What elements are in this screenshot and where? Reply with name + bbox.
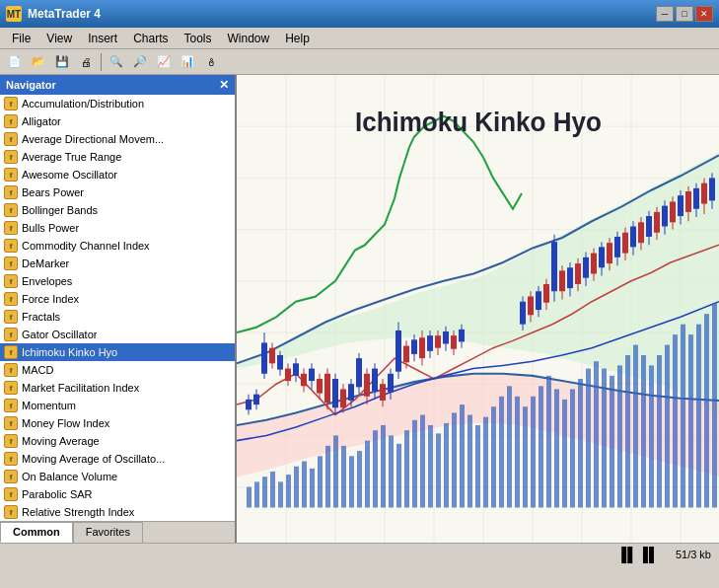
svg-rect-117 xyxy=(395,331,401,372)
navigator-close[interactable]: ✕ xyxy=(219,78,229,92)
svg-rect-18 xyxy=(247,487,252,508)
svg-rect-26 xyxy=(310,469,315,508)
svg-rect-53 xyxy=(523,406,528,507)
nav-item-label: Envelopes xyxy=(22,275,72,287)
toolbar-zoom-out[interactable]: 🔎 xyxy=(129,52,151,72)
svg-rect-119 xyxy=(403,346,409,363)
svg-rect-48 xyxy=(483,417,488,508)
toolbar-bar[interactable]: 📊 xyxy=(177,52,198,72)
list-item[interactable]: f Money Flow Index xyxy=(0,414,235,432)
list-item[interactable]: f DeMarker xyxy=(0,255,235,272)
list-item[interactable]: f Bulls Power xyxy=(0,219,235,237)
svg-rect-44 xyxy=(452,412,457,507)
svg-rect-129 xyxy=(443,331,449,344)
list-item[interactable]: f Moving Average xyxy=(0,432,235,450)
toolbar-new[interactable]: 📄 xyxy=(4,52,26,72)
svg-rect-56 xyxy=(546,376,551,508)
title-bar-left: MT MetaTrader 4 xyxy=(6,6,101,22)
toolbar-line[interactable]: 📈 xyxy=(153,52,175,72)
svg-rect-34 xyxy=(373,430,378,507)
list-item-ichimoku[interactable]: f Ichimoku Kinko Hyo xyxy=(0,343,235,361)
list-item[interactable]: f On Balance Volume xyxy=(0,468,235,485)
list-item[interactable]: f Average True Range xyxy=(0,148,235,166)
list-item[interactable]: f Awesome Oscillator xyxy=(0,166,235,184)
list-item[interactable]: f Gator Oscillator xyxy=(0,326,235,343)
tab-favorites[interactable]: Favorites xyxy=(73,522,143,543)
list-item[interactable]: f Relative Strength Index xyxy=(0,503,235,521)
navigator-panel: Navigator ✕ f Accumulation/Distribution … xyxy=(0,75,237,543)
svg-rect-63 xyxy=(602,369,607,508)
svg-rect-179 xyxy=(693,188,699,209)
list-item[interactable]: f Momentum xyxy=(0,397,235,414)
navigator-list[interactable]: f Accumulation/Distribution f Alligator … xyxy=(0,95,235,521)
status-bar: ▐▌▐▌ 51/3 kb xyxy=(0,543,719,564)
nav-item-label: Money Flow Index xyxy=(22,417,109,429)
svg-rect-139 xyxy=(536,291,541,310)
svg-rect-71 xyxy=(665,345,670,508)
toolbar-candle[interactable]: 🕯 xyxy=(200,52,222,72)
list-item[interactable]: f Bears Power xyxy=(0,184,235,201)
list-item[interactable]: f Accumulation/Distribution xyxy=(0,95,235,112)
nav-item-label: Force Index xyxy=(22,293,79,305)
svg-rect-87 xyxy=(277,355,283,370)
list-item[interactable]: f MACD xyxy=(0,361,235,379)
tab-common[interactable]: Common xyxy=(0,522,73,543)
nav-item-label: Relative Strength Index xyxy=(22,506,134,518)
svg-rect-89 xyxy=(285,369,291,382)
title-bar-controls[interactable]: ─ □ ✕ xyxy=(656,6,713,22)
chart-area[interactable]: Ichimoku Kinko Hyo xyxy=(237,75,719,543)
list-item[interactable]: f Bollinger Bands xyxy=(0,201,235,219)
svg-rect-66 xyxy=(625,355,630,508)
indicator-icon: f xyxy=(4,221,18,235)
svg-rect-95 xyxy=(309,369,315,382)
list-item[interactable]: f Market Facilitation Index xyxy=(0,379,235,397)
toolbar-open[interactable]: 📂 xyxy=(28,52,49,72)
nav-item-label: Gator Oscillator xyxy=(22,329,97,340)
menu-help[interactable]: Help xyxy=(277,30,318,47)
menu-window[interactable]: Window xyxy=(220,30,278,47)
list-item[interactable]: f Average Directional Movem... xyxy=(0,130,235,148)
svg-rect-24 xyxy=(294,467,299,508)
svg-rect-28 xyxy=(325,446,330,508)
svg-rect-21 xyxy=(270,472,275,508)
close-button[interactable]: ✕ xyxy=(695,6,713,22)
menu-tools[interactable]: Tools xyxy=(177,30,220,47)
menu-charts[interactable]: Charts xyxy=(125,30,176,47)
svg-rect-135 xyxy=(520,302,526,325)
list-item[interactable]: f Alligator xyxy=(0,112,235,130)
svg-rect-131 xyxy=(451,335,457,349)
maximize-button[interactable]: □ xyxy=(676,6,693,22)
indicator-icon: f xyxy=(4,150,18,164)
minimize-button[interactable]: ─ xyxy=(656,6,674,22)
list-item[interactable]: f Force Index xyxy=(0,290,235,308)
menu-view[interactable]: View xyxy=(38,30,80,47)
svg-rect-46 xyxy=(467,415,472,508)
svg-rect-183 xyxy=(709,178,715,200)
nav-item-label: Moving Average of Oscillato... xyxy=(22,453,165,465)
indicator-icon: f xyxy=(4,257,18,270)
nav-item-label: Bears Power xyxy=(22,186,84,198)
nav-item-label: Moving Average xyxy=(22,435,100,447)
svg-rect-81 xyxy=(253,395,259,404)
list-item[interactable]: f Parabolic SAR xyxy=(0,485,235,503)
indicator-icon: f xyxy=(4,185,18,199)
svg-rect-105 xyxy=(348,384,354,401)
nav-item-label: Average Directional Movem... xyxy=(22,133,164,145)
indicator-icon: f xyxy=(4,274,18,288)
toolbar-print[interactable]: 🖨 xyxy=(75,52,97,72)
list-item[interactable]: f Envelopes xyxy=(0,272,235,290)
list-item[interactable]: f Moving Average of Oscillato... xyxy=(0,450,235,468)
toolbar-zoom-in[interactable]: 🔍 xyxy=(106,52,127,72)
nav-item-label: Parabolic SAR xyxy=(22,488,93,500)
menu-insert[interactable]: Insert xyxy=(80,30,125,47)
navigator-tabs: Common Favorites xyxy=(0,521,235,543)
svg-rect-137 xyxy=(528,296,534,315)
svg-rect-109 xyxy=(364,374,370,397)
indicator-icon: f xyxy=(4,381,18,395)
svg-rect-161 xyxy=(622,233,628,254)
list-item[interactable]: f Fractals xyxy=(0,308,235,326)
nav-item-label: DeMarker xyxy=(22,257,69,269)
list-item[interactable]: f Commodity Channel Index xyxy=(0,237,235,255)
menu-file[interactable]: File xyxy=(4,30,38,47)
toolbar-save[interactable]: 💾 xyxy=(51,52,73,72)
